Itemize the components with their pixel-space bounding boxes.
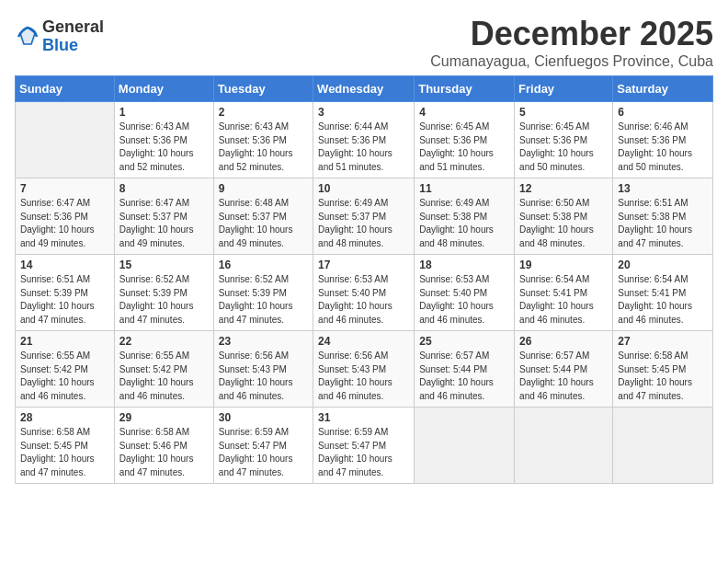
calendar-header-row: SundayMondayTuesdayWednesdayThursdayFrid… — [16, 76, 713, 102]
calendar-cell: 22Sunrise: 6:55 AM Sunset: 5:42 PM Dayli… — [114, 331, 213, 408]
calendar-cell: 24Sunrise: 6:56 AM Sunset: 5:43 PM Dayli… — [313, 331, 415, 408]
calendar-cell — [613, 408, 713, 484]
day-number: 21 — [20, 335, 109, 348]
calendar-cell: 30Sunrise: 6:59 AM Sunset: 5:47 PM Dayli… — [213, 408, 313, 484]
logo-text: General Blue — [42, 18, 104, 55]
day-detail: Sunrise: 6:43 AM Sunset: 5:36 PM Dayligh… — [219, 121, 308, 174]
calendar-cell — [515, 408, 613, 484]
day-detail: Sunrise: 6:49 AM Sunset: 5:38 PM Dayligh… — [419, 197, 509, 250]
calendar-cell: 2Sunrise: 6:43 AM Sunset: 5:36 PM Daylig… — [213, 102, 313, 178]
logo-general: General — [42, 18, 104, 37]
calendar-cell: 7Sunrise: 6:47 AM Sunset: 5:36 PM Daylig… — [16, 178, 115, 255]
calendar-cell: 29Sunrise: 6:58 AM Sunset: 5:46 PM Dayli… — [114, 408, 213, 484]
day-number: 25 — [419, 335, 509, 348]
calendar-cell: 3Sunrise: 6:44 AM Sunset: 5:36 PM Daylig… — [313, 102, 415, 178]
day-number: 9 — [219, 182, 308, 195]
day-number: 11 — [419, 182, 509, 195]
day-number: 14 — [20, 259, 109, 271]
calendar-cell: 5Sunrise: 6:45 AM Sunset: 5:36 PM Daylig… — [515, 102, 613, 178]
day-detail: Sunrise: 6:47 AM Sunset: 5:37 PM Dayligh… — [119, 197, 209, 250]
month-title: December 2025 — [430, 15, 713, 53]
day-detail: Sunrise: 6:56 AM Sunset: 5:43 PM Dayligh… — [219, 350, 308, 403]
calendar-cell: 11Sunrise: 6:49 AM Sunset: 5:38 PM Dayli… — [415, 178, 515, 255]
calendar-week-row: 7Sunrise: 6:47 AM Sunset: 5:36 PM Daylig… — [16, 178, 713, 255]
day-number: 30 — [219, 411, 308, 424]
day-detail: Sunrise: 6:43 AM Sunset: 5:36 PM Dayligh… — [119, 121, 209, 174]
day-detail: Sunrise: 6:45 AM Sunset: 5:36 PM Dayligh… — [519, 121, 608, 174]
day-detail: Sunrise: 6:46 AM Sunset: 5:36 PM Dayligh… — [618, 121, 708, 174]
calendar-cell: 16Sunrise: 6:52 AM Sunset: 5:39 PM Dayli… — [213, 255, 313, 331]
day-detail: Sunrise: 6:52 AM Sunset: 5:39 PM Dayligh… — [219, 273, 308, 327]
calendar-week-row: 14Sunrise: 6:51 AM Sunset: 5:39 PM Dayli… — [16, 255, 713, 331]
calendar-cell: 10Sunrise: 6:49 AM Sunset: 5:37 PM Dayli… — [313, 178, 415, 255]
day-detail: Sunrise: 6:54 AM Sunset: 5:41 PM Dayligh… — [519, 273, 608, 327]
day-number: 12 — [519, 182, 608, 195]
calendar-cell: 6Sunrise: 6:46 AM Sunset: 5:36 PM Daylig… — [613, 102, 713, 178]
col-header-sunday: Sunday — [16, 76, 115, 102]
day-detail: Sunrise: 6:44 AM Sunset: 5:36 PM Dayligh… — [318, 121, 409, 174]
calendar-cell: 27Sunrise: 6:58 AM Sunset: 5:45 PM Dayli… — [613, 331, 713, 408]
day-number: 16 — [219, 259, 308, 271]
page-header: General Blue December 2025 Cumanayagua, … — [15, 15, 713, 70]
logo-blue: Blue — [42, 37, 104, 55]
calendar-cell: 4Sunrise: 6:45 AM Sunset: 5:36 PM Daylig… — [415, 102, 515, 178]
calendar-cell: 14Sunrise: 6:51 AM Sunset: 5:39 PM Dayli… — [16, 255, 115, 331]
day-number: 13 — [618, 182, 708, 195]
day-number: 2 — [219, 106, 308, 119]
day-number: 23 — [219, 335, 308, 348]
day-number: 17 — [318, 259, 409, 271]
day-detail: Sunrise: 6:55 AM Sunset: 5:42 PM Dayligh… — [119, 350, 209, 403]
col-header-thursday: Thursday — [415, 76, 515, 102]
day-detail: Sunrise: 6:54 AM Sunset: 5:41 PM Dayligh… — [618, 273, 708, 327]
day-number: 29 — [119, 411, 209, 424]
day-number: 31 — [318, 411, 409, 424]
calendar-cell: 25Sunrise: 6:57 AM Sunset: 5:44 PM Dayli… — [415, 331, 515, 408]
logo-icon — [15, 24, 40, 50]
day-number: 10 — [318, 182, 409, 195]
calendar-cell: 31Sunrise: 6:59 AM Sunset: 5:47 PM Dayli… — [313, 408, 415, 484]
calendar-week-row: 1Sunrise: 6:43 AM Sunset: 5:36 PM Daylig… — [16, 102, 713, 178]
day-detail: Sunrise: 6:50 AM Sunset: 5:38 PM Dayligh… — [519, 197, 608, 250]
calendar-cell — [415, 408, 515, 484]
calendar-cell — [16, 102, 115, 178]
calendar-cell: 20Sunrise: 6:54 AM Sunset: 5:41 PM Dayli… — [613, 255, 713, 331]
calendar-cell: 18Sunrise: 6:53 AM Sunset: 5:40 PM Dayli… — [415, 255, 515, 331]
day-detail: Sunrise: 6:55 AM Sunset: 5:42 PM Dayligh… — [20, 350, 109, 403]
day-number: 3 — [318, 106, 409, 119]
calendar-cell: 19Sunrise: 6:54 AM Sunset: 5:41 PM Dayli… — [515, 255, 613, 331]
day-detail: Sunrise: 6:53 AM Sunset: 5:40 PM Dayligh… — [318, 273, 409, 327]
day-number: 18 — [419, 259, 509, 271]
location-subtitle: Cumanayagua, Cienfuegos Province, Cuba — [430, 53, 713, 70]
calendar-week-row: 21Sunrise: 6:55 AM Sunset: 5:42 PM Dayli… — [16, 331, 713, 408]
calendar-cell: 23Sunrise: 6:56 AM Sunset: 5:43 PM Dayli… — [213, 331, 313, 408]
calendar-cell: 21Sunrise: 6:55 AM Sunset: 5:42 PM Dayli… — [16, 331, 115, 408]
day-number: 8 — [119, 182, 209, 195]
col-header-monday: Monday — [114, 76, 213, 102]
calendar-cell: 12Sunrise: 6:50 AM Sunset: 5:38 PM Dayli… — [515, 178, 613, 255]
day-number: 19 — [519, 259, 608, 271]
calendar-cell: 15Sunrise: 6:52 AM Sunset: 5:39 PM Dayli… — [114, 255, 213, 331]
day-number: 20 — [618, 259, 708, 271]
day-detail: Sunrise: 6:59 AM Sunset: 5:47 PM Dayligh… — [219, 426, 308, 479]
calendar-cell: 9Sunrise: 6:48 AM Sunset: 5:37 PM Daylig… — [213, 178, 313, 255]
day-number: 22 — [119, 335, 209, 348]
calendar-cell: 28Sunrise: 6:58 AM Sunset: 5:45 PM Dayli… — [16, 408, 115, 484]
logo: General Blue — [15, 18, 104, 55]
day-detail: Sunrise: 6:58 AM Sunset: 5:45 PM Dayligh… — [618, 350, 708, 403]
calendar-cell: 26Sunrise: 6:57 AM Sunset: 5:44 PM Dayli… — [515, 331, 613, 408]
col-header-wednesday: Wednesday — [313, 76, 415, 102]
day-number: 6 — [618, 106, 708, 119]
title-area: December 2025 Cumanayagua, Cienfuegos Pr… — [430, 15, 713, 70]
day-number: 27 — [618, 335, 708, 348]
day-detail: Sunrise: 6:47 AM Sunset: 5:36 PM Dayligh… — [20, 197, 109, 250]
calendar-cell: 8Sunrise: 6:47 AM Sunset: 5:37 PM Daylig… — [114, 178, 213, 255]
day-detail: Sunrise: 6:58 AM Sunset: 5:46 PM Dayligh… — [119, 426, 209, 479]
day-detail: Sunrise: 6:53 AM Sunset: 5:40 PM Dayligh… — [419, 273, 509, 327]
calendar-week-row: 28Sunrise: 6:58 AM Sunset: 5:45 PM Dayli… — [16, 408, 713, 484]
day-number: 7 — [20, 182, 109, 195]
calendar-cell: 13Sunrise: 6:51 AM Sunset: 5:38 PM Dayli… — [613, 178, 713, 255]
day-number: 28 — [20, 411, 109, 424]
col-header-tuesday: Tuesday — [213, 76, 313, 102]
day-number: 15 — [119, 259, 209, 271]
day-detail: Sunrise: 6:56 AM Sunset: 5:43 PM Dayligh… — [318, 350, 409, 403]
